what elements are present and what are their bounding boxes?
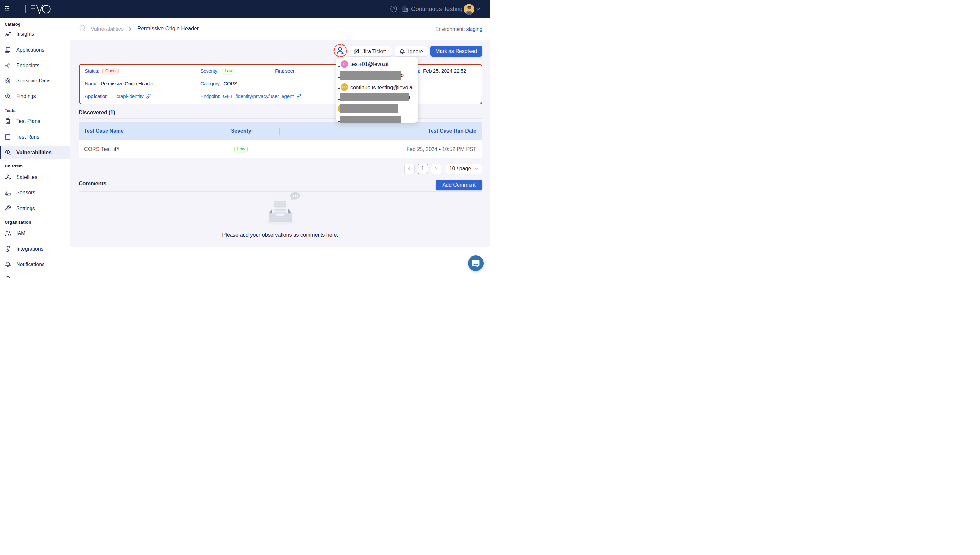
svg-text:?: ? xyxy=(393,7,395,11)
